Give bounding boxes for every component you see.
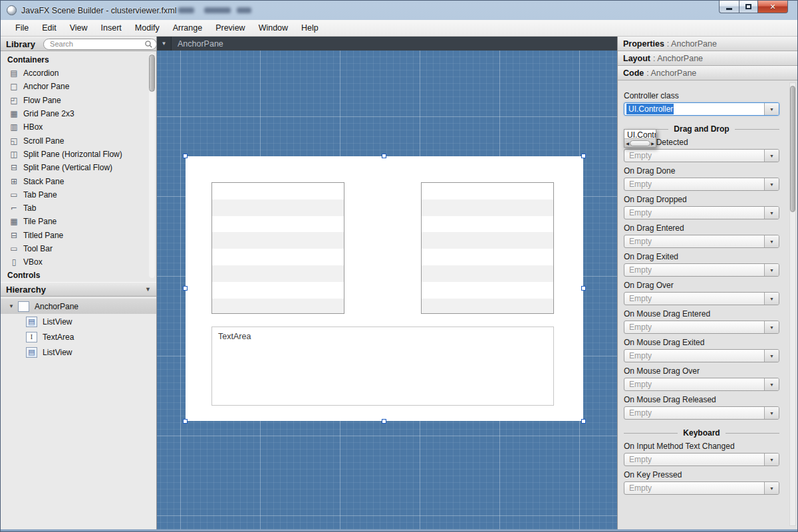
- chevron-down-icon[interactable]: ▼: [764, 264, 779, 276]
- chevron-down-icon[interactable]: ▼: [764, 378, 779, 390]
- library-item-accordion[interactable]: ▤ Accordion: [1, 66, 156, 80]
- resize-handle-middle-right[interactable]: [581, 286, 586, 291]
- library-item-tile-pane[interactable]: ▦ Tile Pane: [1, 215, 156, 228]
- title-bar[interactable]: JavaFX Scene Builder - clusterviewer.fxm…: [1, 1, 797, 20]
- library-item-anchor-pane[interactable]: □ Anchor Pane: [1, 80, 156, 93]
- menu-item-insert[interactable]: Insert: [94, 20, 128, 36]
- design-workspace[interactable]: TextArea: [157, 51, 617, 529]
- chevron-down-icon[interactable]: ▼: [145, 286, 151, 293]
- controller-autocomplete-popup[interactable]: UI.Contr ◀ ▶: [624, 129, 656, 148]
- app-window: JavaFX Scene Builder - clusterviewer.fxm…: [0, 0, 798, 532]
- library-item-scroll-pane[interactable]: ◱ Scroll Pane: [1, 134, 156, 147]
- document-selector-button[interactable]: ▼: [157, 37, 172, 51]
- chevron-down-icon[interactable]: ▼: [764, 293, 779, 305]
- tile-pane-icon: ▦: [9, 217, 19, 226]
- resize-handle-top-left[interactable]: [183, 154, 188, 158]
- menu-item-edit[interactable]: Edit: [35, 20, 63, 36]
- combobox-on-mouse-drag-entered[interactable]: Empty ▼: [624, 321, 779, 334]
- menu-item-preview[interactable]: Preview: [209, 20, 251, 36]
- chevron-down-icon[interactable]: ▼: [764, 482, 779, 494]
- library-item-vbox[interactable]: ▯ VBox: [1, 255, 156, 269]
- chevron-down-icon[interactable]: ▼: [764, 350, 779, 362]
- listview-control-2[interactable]: [421, 182, 554, 314]
- minimize-button[interactable]: [719, 1, 739, 13]
- inspector-section-properties[interactable]: Properties : AnchorPane: [618, 37, 797, 51]
- menu-item-help[interactable]: Help: [295, 20, 325, 36]
- combobox-on-drag-entered[interactable]: Empty ▼: [624, 235, 779, 248]
- menu-item-file[interactable]: File: [9, 20, 35, 36]
- inspector-section-layout[interactable]: Layout : AnchorPane: [618, 51, 797, 66]
- combobox-on-input-method-text-changed[interactable]: Empty ▼: [624, 453, 779, 466]
- combobox-on-drag-exited[interactable]: Empty ▼: [624, 263, 779, 277]
- textarea-control[interactable]: TextArea: [211, 327, 554, 406]
- hierarchy-item-listview[interactable]: ▤ ListView: [1, 344, 156, 360]
- breadcrumb[interactable]: AnchorPane: [172, 39, 223, 49]
- controller-class-combobox[interactable]: UI.Controller ▼: [624, 102, 779, 116]
- popup-scrollbar-thumb[interactable]: [630, 140, 650, 146]
- chevron-down-icon[interactable]: ▼: [764, 454, 779, 466]
- menu-item-arrange[interactable]: Arrange: [166, 20, 209, 36]
- library-header[interactable]: Library: [1, 37, 156, 51]
- library-item-tab[interactable]: ⌐ Tab: [1, 201, 156, 215]
- library-item-tool-bar[interactable]: ▭ Tool Bar: [1, 242, 156, 255]
- hierarchy-item-textarea[interactable]: I TextArea: [1, 329, 156, 344]
- split-pane-vertical-icon: ⊟: [9, 163, 19, 172]
- listview-control-1[interactable]: [211, 182, 344, 314]
- hbox-icon: ▥: [9, 122, 19, 132]
- hierarchy-item-listview[interactable]: ▤ ListView: [1, 314, 156, 329]
- combobox-on-drag-done[interactable]: Empty ▼: [624, 178, 779, 191]
- scroll-left-icon[interactable]: ◀: [625, 141, 630, 146]
- resize-handle-top-middle[interactable]: [382, 154, 386, 158]
- inspector-scrollbar-thumb[interactable]: [790, 86, 795, 212]
- anchorpane-design-surface[interactable]: TextArea: [186, 156, 583, 421]
- library-scrollbar-thumb[interactable]: [149, 55, 155, 92]
- combobox-on-mouse-drag-released[interactable]: Empty ▼: [624, 406, 779, 420]
- resize-handle-middle-left[interactable]: [183, 286, 188, 291]
- library-item-tab-pane[interactable]: ▭ Tab Pane: [1, 188, 156, 201]
- chevron-down-icon[interactable]: ▼: [764, 207, 779, 219]
- chevron-down-icon[interactable]: ▼: [764, 150, 779, 162]
- resize-handle-bottom-left[interactable]: [183, 419, 188, 424]
- chevron-down-icon[interactable]: ▼: [764, 103, 779, 115]
- hierarchy-header[interactable]: Hierarchy ▼: [1, 282, 156, 297]
- menu-item-window[interactable]: Window: [252, 20, 295, 36]
- resize-handle-bottom-right[interactable]: [581, 419, 586, 424]
- menu-item-view[interactable]: View: [63, 20, 94, 36]
- search-input[interactable]: [50, 40, 144, 48]
- library-item-grid-pane-2x3[interactable]: ▦ Grid Pane 2x3: [1, 107, 156, 120]
- inspector-section-code[interactable]: Code : AnchorPane: [618, 66, 797, 80]
- resize-handle-top-right[interactable]: [581, 154, 586, 158]
- chevron-down-icon[interactable]: ▼: [764, 321, 779, 333]
- resize-handle-bottom-middle[interactable]: [382, 419, 386, 424]
- close-button[interactable]: ✕: [758, 1, 788, 13]
- combobox-on-drag-dropped[interactable]: Empty ▼: [624, 206, 779, 219]
- library-item-titled-pane[interactable]: ⊟ Titled Pane: [1, 229, 156, 242]
- chevron-down-icon[interactable]: ▼: [764, 407, 779, 419]
- library-item-stack-pane[interactable]: ⊞ Stack Pane: [1, 174, 156, 188]
- combobox-on-drag-over[interactable]: Empty ▼: [624, 292, 779, 305]
- titlebar-ghost-artifact: [237, 7, 251, 13]
- chevron-down-icon[interactable]: ▼: [764, 235, 779, 247]
- library-item-hbox[interactable]: ▥ HBox: [1, 120, 156, 134]
- library-item-split-pane-horizontal-flow[interactable]: ◫ Split Pane (Horizontal Flow): [1, 148, 156, 161]
- popup-horizontal-scrollbar[interactable]: ◀ ▶: [624, 138, 656, 147]
- scroll-right-icon[interactable]: ▶: [650, 141, 655, 146]
- library-scrollbar[interactable]: [149, 53, 155, 278]
- menu-item-modify[interactable]: Modify: [128, 20, 166, 36]
- library-item-split-pane-vertical-flow[interactable]: ⊟ Split Pane (Vertical Flow): [1, 161, 156, 174]
- combobox-on-key-pressed[interactable]: Empty ▼: [624, 481, 779, 495]
- combobox-on-mouse-drag-over[interactable]: Empty ▼: [624, 378, 779, 391]
- inspector-scrollbar[interactable]: [789, 82, 796, 526]
- window-title: JavaFX Scene Builder - clusterviewer.fxm…: [21, 6, 176, 15]
- combobox-on-drag-detected[interactable]: Empty ▼: [624, 149, 779, 162]
- chevron-down-icon[interactable]: ▼: [764, 178, 779, 190]
- stack-pane-icon: ⊞: [9, 177, 19, 186]
- disclosure-triangle-icon[interactable]: ▼: [9, 303, 18, 309]
- tab-pane-icon: ▭: [9, 190, 19, 200]
- library-search[interactable]: [43, 39, 157, 50]
- textarea-prompt: TextArea: [218, 332, 251, 341]
- combobox-on-mouse-drag-exited[interactable]: Empty ▼: [624, 349, 779, 362]
- library-item-flow-pane[interactable]: ◰ Flow Pane: [1, 94, 156, 107]
- maximize-button[interactable]: [739, 1, 758, 13]
- hierarchy-item-anchorpane[interactable]: ▼ AnchorPane: [1, 299, 156, 314]
